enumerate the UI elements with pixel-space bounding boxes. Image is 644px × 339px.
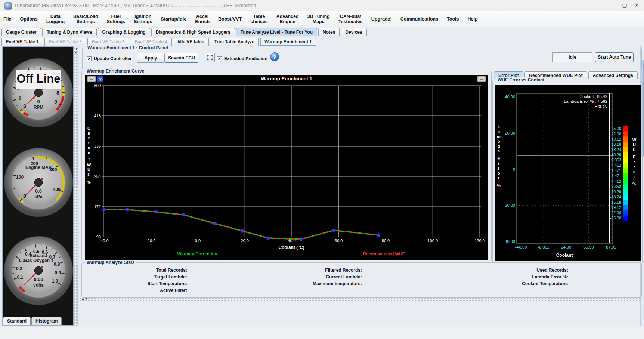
svg-text:u: u [88,131,90,135]
menu-item-tools[interactable]: Tools [446,16,460,22]
svg-text:40.00: 40.00 [505,95,515,99]
svg-text:100: 100 [16,175,24,180]
tab-notes[interactable]: Notes [318,28,340,36]
tab-fuel-ve-table-4[interactable]: Fuel VE Table 4 [130,38,172,46]
fullscreen-expand-icon[interactable] [205,53,215,62]
stats-column-2: Filtered Records:Current Lambda:Maximum … [261,267,362,287]
tab-tune-analyze-live-tune-for-you[interactable]: Tune Analyze Live! - Tune For You [236,28,317,36]
svg-text:0.2: 0.2 [16,266,22,271]
menu-item-can-bus[interactable]: CAN-bus/Testmodes [337,13,364,25]
menu-item-options[interactable]: Options [19,16,39,22]
colorbar-segment [623,210,628,216]
apply-button[interactable]: Apply [137,53,165,63]
extended-prediction-checkbox[interactable]: ✔ Extended Prediction [217,56,267,61]
save-on-ecu-button[interactable]: Save on ECU [165,53,198,63]
curve-point[interactable] [241,229,244,233]
curve-point[interactable] [154,210,157,213]
tab-trim-table-analyze[interactable]: Trim Table Analyze [210,38,259,46]
gauge-view-tabs: StandardHistogram [3,316,73,325]
svg-text:Exhaust: Exhaust [30,253,47,258]
tab-gauge-cluster[interactable]: Gauge Cluster [1,28,41,36]
tab-fuel-ve-table-3[interactable]: Fuel VE Table 3 [87,38,129,46]
tab-diagnostics-high-speed-loggers[interactable]: Diagnostics & High Speed Loggers [151,28,235,36]
tab-fuel-ve-table-1[interactable]: Fuel VE Table 1 [1,38,43,46]
menu-item-fuel[interactable]: FuelSettings [106,13,126,25]
svg-text:24.00: 24.00 [561,245,572,249]
tab-idle-ve-table[interactable]: Idle VE table [173,38,208,46]
svg-text:b: b [498,139,500,144]
splitter-up-icon[interactable]: ▴ [82,298,84,301]
tab-warmup-enrichment-1[interactable]: Warmup Enrichment 1 [260,38,316,46]
rpm-gauge: 01234567890RPM [3,57,74,128]
svg-text:%: % [87,180,91,184]
svg-text:t: t [88,155,90,160]
svg-text:r: r [498,161,500,166]
splitter-down-icon[interactable]: ▾ [86,298,87,301]
splitter-collapse-left-icon[interactable]: ◂ [75,47,77,50]
curve-point[interactable] [213,222,216,225]
x-axis-label: Coolant (°C) [278,245,304,250]
gauge-tab-standard[interactable]: Standard [3,317,31,325]
svg-text:m: m [497,134,501,139]
tab-devices[interactable]: Devices [341,28,366,36]
colorbar-segment [623,179,628,184]
vertical-splitter[interactable]: ◂ ▸ [74,46,79,326]
svg-text:r: r [634,174,635,179]
curve-point[interactable] [300,237,303,241]
svg-text:-20.00: -20.00 [504,203,515,207]
checkbox-check-icon[interactable]: ✔ [217,56,222,61]
minimize-icon[interactable]: — [607,0,618,11]
menu-item-data[interactable]: DataLogging [45,13,66,25]
menu-item-file[interactable]: File [2,16,13,22]
svg-text:0.9: 0.9 [55,270,61,275]
curve-point[interactable] [332,229,336,232]
checkbox-check-icon[interactable]: ✔ [87,56,92,61]
menu-item-table[interactable]: Tablechoices [249,13,269,25]
menu-item-boost-vvt[interactable]: Boost/VVT [217,16,243,22]
tab-tuning-dyno-views[interactable]: Tuning & Dyno Views [42,28,97,36]
ego-needle-hub [34,266,43,275]
menu-item-basic-load[interactable]: Basic/LoadSettings [72,13,99,25]
tab-advanced-settings[interactable]: Advanced Settings [588,71,638,79]
maximize-icon[interactable]: ▢ [619,0,630,11]
tab-fuel-ve-table-2[interactable]: Fuel VE Table 2 [44,38,86,46]
svg-text:4.412: 4.412 [612,163,621,167]
curve-point[interactable] [102,208,106,211]
splitter-collapse-right-icon[interactable]: ▸ [75,51,77,54]
menu-item-3d-tuning[interactable]: 3D TuningMaps [306,13,331,25]
expand-arrows-icon [207,55,213,61]
tab-graphing-logging[interactable]: Graphing & Logging [98,28,150,36]
gauge-tab-histogram[interactable]: Histogram [31,317,62,325]
svg-text:0.1: 0.1 [17,275,24,280]
curve-point[interactable] [182,213,185,216]
menu-item-help[interactable]: Help [467,16,479,22]
start-auto-tune-button[interactable]: Start Auto Tune [595,52,634,62]
help-icon[interactable]: ? [270,52,279,61]
stat-label-used-records: Used Records: [463,267,568,274]
colorbar-segment [623,131,628,137]
svg-text:16.18: 16.18 [612,142,621,147]
curve-point[interactable] [126,208,129,211]
curve-point[interactable] [267,236,270,240]
menu-item-upgrade[interactable]: Upgrade! [370,16,393,22]
menu-item-startup-idle[interactable]: Startup/Idle [160,16,188,22]
svg-text:0: 0 [37,99,40,104]
svg-text:60.0: 60.0 [335,238,343,243]
menu-item-accel[interactable]: AccelEnrich [194,13,211,25]
svg-text:0.0: 0.0 [35,188,42,194]
menu-item-advanced[interactable]: AdvancedEngine [275,13,300,25]
svg-text:r: r [498,176,500,180]
horizontal-splitter[interactable]: ▴ ▾ [80,298,643,301]
svg-text:-19.12: -19.12 [610,205,621,210]
svg-text:-1.471: -1.471 [610,173,621,178]
close-icon[interactable]: ✕ [631,0,642,11]
update-controller-checkbox[interactable]: ✔ Update Controller [87,56,131,61]
curve-point[interactable] [377,234,380,237]
colorbar-segment [623,158,628,163]
svg-text:%: % [497,183,501,188]
colorbar-segment [623,126,628,132]
error-plot-group-title: WUE Error vs Coolant [496,77,546,83]
menu-item-ignition[interactable]: IgnitionSettings [133,13,153,25]
menu-item-communications[interactable]: Communications [399,16,439,22]
rpm-gauge-svg: 01234567890RPM [3,57,74,128]
